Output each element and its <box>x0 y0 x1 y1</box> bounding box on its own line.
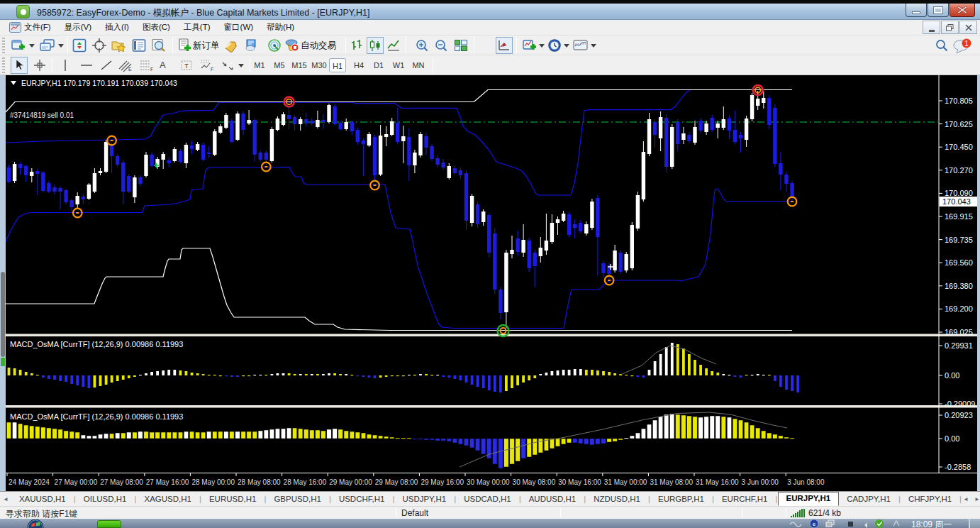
svg-text:E: E <box>128 67 132 72</box>
svg-text:169.735: 169.735 <box>945 236 973 244</box>
svg-text:169.025: 169.025 <box>945 328 973 336</box>
svg-text:169.380: 169.380 <box>945 282 973 290</box>
svg-text:31 May 08:00: 31 May 08:00 <box>650 478 693 486</box>
svg-text:e: e <box>813 521 816 527</box>
svg-text:29 May 16:00: 29 May 16:00 <box>421 478 464 486</box>
svg-text:31 May 00:00: 31 May 00:00 <box>604 478 647 486</box>
svg-text:0.20923: 0.20923 <box>945 411 973 419</box>
svg-text:T: T <box>184 62 189 70</box>
svg-text:27 May 16:00: 27 May 16:00 <box>146 478 189 486</box>
svg-text:30 May 00:00: 30 May 00:00 <box>467 478 510 486</box>
svg-text:170.090: 170.090 <box>945 189 973 197</box>
svg-text:169.200: 169.200 <box>945 304 973 313</box>
svg-text:28 May 00:00: 28 May 00:00 <box>191 478 235 486</box>
svg-text:0.00: 0.00 <box>945 371 959 380</box>
svg-text:F: F <box>211 67 213 72</box>
svg-text:169.915: 169.915 <box>945 212 973 221</box>
svg-text:MACD_OsMA [CurrTF] (12,26,9) 0: MACD_OsMA [CurrTF] (12,26,9) 0.00986 0.1… <box>10 412 183 421</box>
svg-text:29 May 08:00: 29 May 08:00 <box>375 478 418 486</box>
svg-text:F: F <box>150 67 153 72</box>
svg-text:30 May 16:00: 30 May 16:00 <box>558 478 601 486</box>
svg-text:30 May 08:00: 30 May 08:00 <box>513 478 556 486</box>
svg-text:28 May 16:00: 28 May 16:00 <box>284 478 327 486</box>
svg-text:170.043: 170.043 <box>942 197 971 206</box>
svg-text:170.625: 170.625 <box>945 120 973 128</box>
svg-text:0.00: 0.00 <box>945 434 959 443</box>
svg-text:1: 1 <box>964 40 969 48</box>
svg-text:170.450: 170.450 <box>945 143 973 151</box>
svg-text:29 May 00:00: 29 May 00:00 <box>329 478 372 486</box>
svg-text:170.805: 170.805 <box>945 97 973 105</box>
svg-text:28 May 08:00: 28 May 08:00 <box>238 478 281 486</box>
svg-text:3 Jun 00:00: 3 Jun 00:00 <box>742 478 779 486</box>
svg-text:31 May 16:00: 31 May 16:00 <box>696 478 739 486</box>
svg-text:-0.2858: -0.2858 <box>945 463 971 471</box>
svg-text:24 May 2024: 24 May 2024 <box>9 478 50 486</box>
svg-text:3 Jun 08:00: 3 Jun 08:00 <box>787 478 825 486</box>
svg-text:EURJPY,H1 170.179 170.191 170: EURJPY,H1 170.179 170.191 170.039 170.04… <box>21 79 177 87</box>
svg-text:MACD_OsMA [CurrTF] (12,26,9) 0: MACD_OsMA [CurrTF] (12,26,9) 0.00986 0.1… <box>10 340 183 348</box>
svg-text:0.29931: 0.29931 <box>945 341 973 350</box>
svg-text:170.270: 170.270 <box>945 166 973 175</box>
svg-text:-0.29009: -0.29009 <box>945 400 975 408</box>
svg-text:27 May 00:00: 27 May 00:00 <box>55 478 98 486</box>
svg-text:27 May 08:00: 27 May 08:00 <box>100 478 143 486</box>
svg-text:#37414819 sell 0.01: #37414819 sell 0.01 <box>10 111 74 119</box>
svg-text:169.560: 169.560 <box>945 258 973 267</box>
